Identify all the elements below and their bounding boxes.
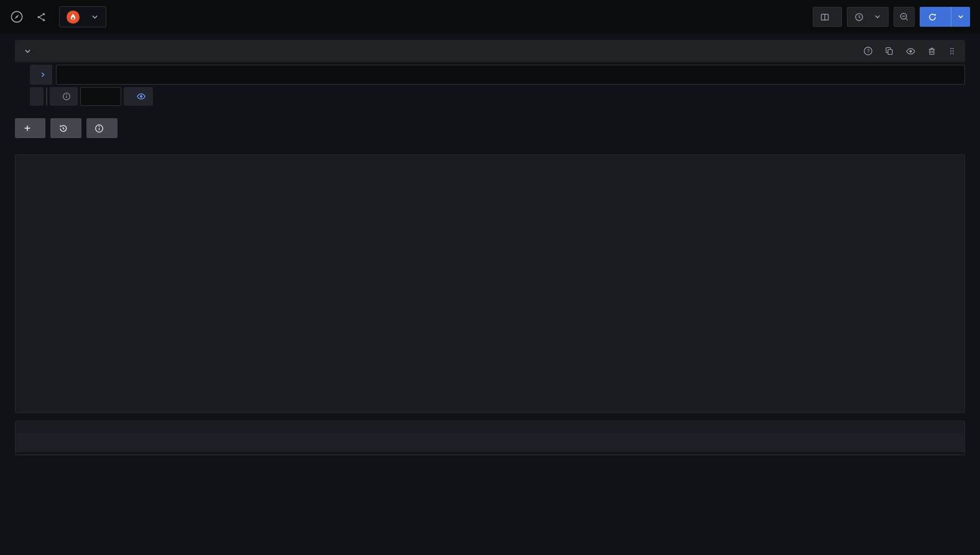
query-type-radio-group — [46, 87, 47, 106]
query-editor: ? — [15, 40, 965, 106]
time-range-picker[interactable] — [847, 7, 889, 27]
query-row-header: ? — [15, 40, 965, 62]
metrics-browser-button[interactable] — [30, 65, 52, 85]
plus-icon — [23, 124, 32, 133]
info-circle-icon — [95, 124, 104, 133]
chevron-down-icon — [874, 13, 881, 21]
clock-icon — [854, 12, 864, 22]
refresh-icon — [928, 12, 937, 22]
mimir-datasource-icon — [67, 11, 80, 24]
inspector-button[interactable] — [86, 118, 118, 138]
toggle-visibility-eye-icon[interactable] — [905, 46, 916, 57]
run-query-dropdown[interactable] — [951, 7, 970, 27]
promql-query-input[interactable] — [56, 65, 965, 85]
min-step-label — [50, 87, 78, 106]
zoom-out-icon — [899, 12, 909, 22]
query-type-label — [30, 87, 44, 106]
angle-right-icon — [40, 72, 46, 78]
time-series-chart[interactable] — [16, 179, 964, 404]
add-query-button[interactable] — [15, 118, 45, 138]
min-step-input[interactable] — [80, 87, 121, 106]
split-panes-icon — [820, 12, 830, 22]
history-icon — [58, 124, 68, 133]
query-history-button[interactable] — [50, 118, 81, 138]
split-button[interactable] — [813, 7, 842, 27]
exemplars-eye-icon — [136, 91, 146, 101]
table-panel-title — [16, 421, 964, 433]
chevron-down-icon — [91, 13, 99, 21]
info-circle-icon — [62, 92, 71, 101]
delete-query-trash-icon[interactable] — [927, 47, 936, 56]
exemplars-toggle[interactable] — [124, 87, 153, 106]
explore-toolbar — [15, 118, 965, 138]
graph-style-radio-group — [953, 161, 955, 162]
top-navigation — [0, 0, 980, 34]
svg-text:?: ? — [867, 48, 870, 54]
drag-handle-icon[interactable] — [948, 47, 956, 55]
collapse-chevron-icon[interactable] — [24, 47, 32, 55]
run-query-button[interactable] — [920, 7, 970, 27]
chart-legend — [16, 404, 964, 413]
help-icon[interactable]: ? — [863, 46, 873, 56]
share-icon[interactable] — [36, 12, 47, 22]
explore-compass-icon — [10, 10, 24, 24]
table-header-row — [16, 433, 964, 454]
datasource-picker[interactable] — [59, 6, 106, 27]
graph-panel — [15, 154, 965, 413]
duplicate-query-icon[interactable] — [884, 46, 894, 56]
table-panel — [15, 421, 965, 455]
zoom-out-button[interactable] — [894, 7, 915, 27]
